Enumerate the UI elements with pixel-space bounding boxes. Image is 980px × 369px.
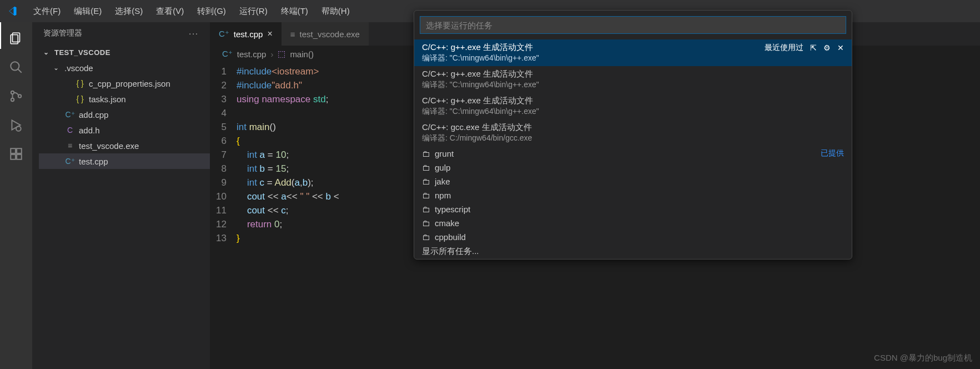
folder-icon: 🗀 bbox=[422, 205, 430, 214]
provider-item[interactable]: 🗀jake bbox=[414, 174, 852, 188]
folder-icon: 🗀 bbox=[422, 191, 430, 200]
svg-rect-11 bbox=[17, 148, 22, 153]
file-icon: ≡ bbox=[290, 29, 295, 39]
json-icon: { } bbox=[74, 79, 86, 88]
line-number: 12 bbox=[210, 217, 237, 231]
file-icon: C bbox=[64, 126, 76, 134]
file-icon: C⁺ bbox=[64, 110, 76, 119]
svg-rect-10 bbox=[17, 154, 22, 159]
sidebar: 资源管理器 ··· ⌄ TEST_VSCODE ⌄ .vscode { }c_c… bbox=[32, 22, 210, 369]
chevron-down-icon: ⌄ bbox=[53, 64, 61, 72]
folder-vscode[interactable]: ⌄ .vscode bbox=[39, 60, 210, 76]
provider-item[interactable]: 🗀cmake bbox=[414, 216, 852, 230]
menu-item[interactable]: 帮助(H) bbox=[315, 3, 356, 19]
file-icon: C⁺ bbox=[219, 29, 229, 39]
symbol-icon: ⬚ bbox=[278, 49, 285, 59]
breadcrumb-separator-icon: › bbox=[270, 49, 273, 59]
file-item[interactable]: C⁺test.cpp bbox=[39, 153, 210, 169]
file-item[interactable]: ≡test_vscode.exe bbox=[39, 138, 210, 153]
svg-line-3 bbox=[18, 69, 22, 73]
chevron-down-icon: ⌄ bbox=[43, 48, 51, 56]
task-item[interactable]: C/C++: gcc.exe 生成活动文件编译器: C:/mingw64/bin… bbox=[414, 119, 852, 146]
file-icon: C⁺ bbox=[64, 157, 76, 166]
line-number: 5 bbox=[210, 120, 237, 134]
folder-icon: 🗀 bbox=[422, 149, 430, 158]
file-item[interactable]: C⁺add.cpp bbox=[39, 107, 210, 122]
source-control-icon[interactable] bbox=[8, 88, 24, 104]
vscode-logo-icon bbox=[7, 6, 18, 17]
quick-pick-input[interactable] bbox=[426, 21, 840, 30]
explorer-icon[interactable] bbox=[8, 30, 24, 47]
gear-icon[interactable]: ⚙ bbox=[823, 43, 831, 52]
line-number: 9 bbox=[210, 176, 237, 190]
menu-item[interactable]: 运行(R) bbox=[233, 3, 274, 19]
folder-icon: 🗀 bbox=[422, 232, 430, 242]
watermark: CSDN @暴力的bug制造机 bbox=[874, 353, 972, 363]
menu-item[interactable]: 编辑(E) bbox=[67, 3, 108, 19]
line-number: 13 bbox=[210, 231, 237, 245]
folder-icon: 🗀 bbox=[422, 177, 430, 186]
provider-item[interactable]: 🗀npm bbox=[414, 188, 852, 202]
json-icon: { } bbox=[74, 94, 86, 103]
extensions-icon[interactable] bbox=[8, 146, 24, 162]
file-item[interactable]: { }c_cpp_properties.json bbox=[39, 76, 210, 91]
menu-item[interactable]: 选择(S) bbox=[108, 3, 149, 19]
provider-item[interactable]: 🗀typescript bbox=[414, 202, 852, 216]
activity-bar bbox=[0, 22, 32, 369]
run-debug-icon[interactable] bbox=[8, 117, 24, 133]
svg-rect-9 bbox=[11, 154, 16, 159]
line-number: 6 bbox=[210, 134, 237, 148]
svg-point-4 bbox=[11, 91, 14, 94]
file-item[interactable]: { }tasks.json bbox=[39, 91, 210, 107]
svg-point-2 bbox=[11, 62, 19, 70]
svg-point-7 bbox=[16, 126, 21, 131]
close-icon[interactable]: ✕ bbox=[837, 43, 844, 52]
folder-icon: 🗀 bbox=[422, 163, 430, 172]
close-icon[interactable]: × bbox=[267, 29, 272, 39]
menu-item[interactable]: 终端(T) bbox=[274, 3, 315, 19]
line-number: 1 bbox=[210, 64, 237, 78]
quick-pick: C/C++: g++.exe 生成活动文件最近使用过⇱⚙✕编译器: "C:\mi… bbox=[414, 10, 852, 260]
menu-item[interactable]: 转到(G) bbox=[190, 3, 233, 19]
file-icon: ≡ bbox=[64, 141, 76, 150]
folder-root[interactable]: ⌄ TEST_VSCODE bbox=[39, 44, 210, 60]
sidebar-more-icon[interactable]: ··· bbox=[189, 29, 199, 38]
line-number: 4 bbox=[210, 106, 237, 120]
line-number: 10 bbox=[210, 190, 237, 203]
show-all-tasks[interactable]: 显示所有任务... bbox=[414, 244, 852, 259]
task-item[interactable]: C/C++: g++.exe 生成活动文件编译器: "C:\mingw64\bi… bbox=[414, 66, 852, 93]
task-item[interactable]: C/C++: g++.exe 生成活动文件最近使用过⇱⚙✕编译器: "C:\mi… bbox=[414, 39, 852, 66]
line-number: 3 bbox=[210, 92, 237, 106]
line-number: 11 bbox=[210, 203, 237, 217]
provider-item[interactable]: 🗀gulp bbox=[414, 161, 852, 174]
line-number: 7 bbox=[210, 148, 237, 162]
svg-rect-8 bbox=[11, 148, 16, 153]
pin-icon[interactable]: ⇱ bbox=[810, 43, 817, 52]
editor-tab[interactable]: C⁺test.cpp× bbox=[210, 22, 282, 46]
menu-item[interactable]: 文件(F) bbox=[27, 3, 67, 19]
folder-icon: 🗀 bbox=[422, 218, 430, 228]
search-icon[interactable] bbox=[8, 59, 24, 76]
svg-point-5 bbox=[11, 98, 14, 101]
line-number: 8 bbox=[210, 162, 237, 176]
editor-tab[interactable]: ≡test_vscode.exe bbox=[282, 22, 369, 46]
menu-item[interactable]: 查看(V) bbox=[149, 3, 190, 19]
sidebar-title: 资源管理器 bbox=[43, 28, 82, 38]
provider-item[interactable]: 🗀cppbuild bbox=[414, 230, 852, 244]
file-item[interactable]: Cadd.h bbox=[39, 122, 210, 138]
cpp-icon: C⁺ bbox=[222, 49, 233, 59]
quick-pick-input-wrapper bbox=[420, 16, 846, 34]
line-number: 2 bbox=[210, 78, 237, 92]
task-item[interactable]: C/C++: g++.exe 生成活动文件编译器: "C:\mingw64\bi… bbox=[414, 93, 852, 119]
provider-item[interactable]: 🗀grunt已提供 bbox=[414, 146, 852, 161]
activity-active-indicator bbox=[0, 22, 1, 49]
